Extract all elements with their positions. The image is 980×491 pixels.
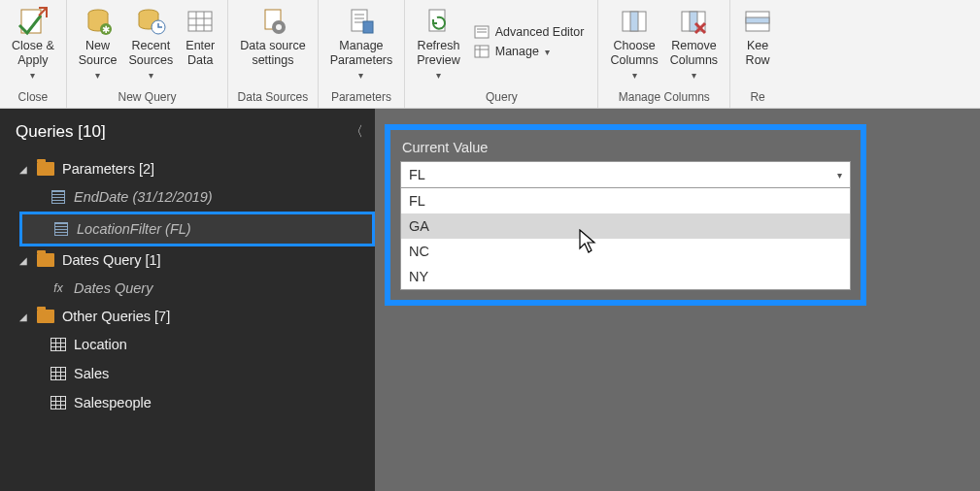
svg-rect-27 [630, 12, 638, 31]
ribbon-group-newquery: ✱ New Source Recent Sources Enter Data N… [67, 0, 228, 108]
manage-parameters-button[interactable]: Manage Parameters [324, 2, 399, 82]
tree-group-dates[interactable]: ◢ Dates Query [1] [0, 246, 375, 274]
current-value-dropdown[interactable]: FL ▾ [400, 161, 851, 188]
close-apply-label: Close & Apply [12, 39, 54, 68]
remove-columns-button[interactable]: Remove Columns [664, 2, 724, 82]
caret-down-icon: ◢ [19, 311, 29, 322]
ribbon-group-label-close: Close [6, 86, 60, 108]
tree-item-locationfilter[interactable]: LocationFilter (FL) [22, 214, 372, 244]
tree-item-enddate[interactable]: EndDate (31/12/2019) [0, 182, 375, 212]
tree-item-label: Salespeople [74, 395, 152, 410]
tree-item-dates-query[interactable]: fx Dates Query [0, 274, 375, 303]
tree-item-label: EndDate (31/12/2019) [74, 189, 213, 205]
data-source-settings-button[interactable]: Data source settings [234, 2, 311, 68]
manage-parameters-label: Manage Parameters [330, 39, 393, 68]
svg-rect-23 [475, 46, 489, 57]
tree-group-label: Parameters [2] [62, 161, 154, 177]
table-icon [51, 396, 66, 409]
collapse-sidebar-button[interactable]: 〈 [350, 123, 363, 141]
tree-group-label: Dates Query [1] [62, 252, 161, 268]
dropdown-option-fl[interactable]: FL [401, 188, 850, 213]
ribbon-group-rows: Kee Row Re [730, 0, 785, 108]
remove-columns-icon [678, 6, 709, 37]
dropdown-list: FL GA NC NY [400, 188, 851, 290]
queries-header: Queries [10] 〈 [0, 109, 375, 155]
ribbon-toolbar: Close & Apply Close ✱ New Source Recent … [0, 0, 980, 109]
refresh-preview-button[interactable]: Refresh Preview [411, 2, 465, 82]
new-source-label: New Source [79, 39, 118, 68]
parameter-icon [53, 222, 69, 236]
queries-tree: ◢ Parameters [2] EndDate (31/12/2019) Lo… [0, 155, 375, 417]
ribbon-group-label-newquery: New Query [73, 86, 221, 108]
queries-sidebar: Queries [10] 〈 ◢ Parameters [2] EndDate … [0, 109, 375, 491]
enter-data-icon [185, 6, 216, 37]
data-source-settings-label: Data source settings [240, 39, 305, 68]
tree-item-label: LocationFilter (FL) [77, 221, 191, 237]
tree-item-label: Location [74, 337, 127, 352]
advanced-editor-button[interactable]: Advanced Editor [470, 23, 589, 41]
editor-icon [474, 25, 490, 39]
choose-columns-icon [619, 6, 650, 37]
refresh-icon [423, 6, 455, 37]
parameter-icon [51, 190, 66, 204]
svg-rect-6 [188, 12, 212, 31]
manage-query-label: Manage [495, 45, 539, 58]
recent-sources-icon [135, 6, 166, 37]
ribbon-group-label-datasources: Data Sources [234, 86, 311, 108]
folder-icon [37, 162, 54, 176]
close-apply-button[interactable]: Close & Apply [6, 2, 60, 82]
ribbon-group-datasources: Data source settings Data Sources [228, 0, 318, 108]
dropdown-option-nc[interactable]: NC [401, 239, 850, 264]
recent-sources-button[interactable]: Recent Sources [122, 2, 179, 82]
ribbon-group-label-rows: Re [736, 86, 779, 108]
svg-point-13 [276, 24, 282, 30]
dropdown-option-ga[interactable]: GA [401, 213, 850, 239]
dropdown-option-ny[interactable]: NY [401, 264, 850, 289]
tree-item-sales[interactable]: Sales [0, 359, 375, 388]
fx-icon: fx [51, 281, 66, 295]
enter-data-button[interactable]: Enter Data [179, 2, 221, 68]
tree-group-parameters[interactable]: ◢ Parameters [2] [0, 155, 375, 182]
choose-columns-label: Choose Columns [610, 39, 658, 68]
tree-item-label: Sales [74, 366, 109, 381]
current-value-selected: FL [409, 167, 425, 182]
refresh-preview-label: Refresh Preview [417, 39, 459, 68]
ribbon-group-query: Refresh Preview 📄 Properties Advanced Ed… [405, 0, 598, 108]
keep-rows-label: Kee Row [746, 39, 770, 68]
ribbon-group-label-query: Query [411, 86, 591, 108]
tree-group-label: Other Queries [7] [62, 309, 170, 324]
parameters-icon [346, 6, 377, 37]
manage-icon [474, 45, 490, 58]
database-icon: ✱ [83, 6, 114, 37]
current-value-label: Current Value [402, 140, 851, 155]
svg-rect-29 [690, 12, 697, 31]
table-icon [51, 367, 66, 380]
ribbon-group-manage-columns: Choose Columns Remove Columns Manage Col… [598, 0, 730, 108]
highlight-annotation: LocationFilter (FL) [19, 212, 375, 246]
ribbon-group-label-managecols: Manage Columns [604, 86, 724, 108]
enter-data-label: Enter Data [186, 39, 215, 68]
tree-group-other[interactable]: ◢ Other Queries [7] [0, 303, 375, 330]
parameter-value-panel: Current Value FL ▾ FL GA NC NY [385, 124, 866, 306]
new-source-button[interactable]: ✱ New Source [73, 2, 123, 82]
keep-rows-icon [742, 6, 773, 37]
ribbon-group-parameters: Manage Parameters Parameters [319, 0, 406, 108]
table-icon [51, 338, 66, 351]
keep-rows-button[interactable]: Kee Row [736, 2, 779, 68]
tree-item-salespeople[interactable]: Salespeople [0, 388, 375, 417]
folder-icon [37, 310, 54, 323]
chevron-down-icon: ▾ [837, 170, 842, 180]
folder-icon [37, 253, 54, 267]
close-apply-icon [17, 6, 49, 37]
svg-rect-18 [363, 21, 373, 33]
choose-columns-button[interactable]: Choose Columns [604, 2, 663, 82]
tree-item-location[interactable]: Location [0, 330, 375, 359]
advanced-editor-label: Advanced Editor [495, 25, 585, 39]
tree-item-label: Dates Query [74, 280, 152, 296]
manage-query-button[interactable]: Manage [470, 43, 589, 60]
caret-down-icon: ◢ [19, 255, 29, 266]
ribbon-group-close: Close & Apply Close [0, 0, 67, 108]
ribbon-group-label-parameters: Parameters [324, 86, 399, 108]
svg-rect-33 [746, 17, 769, 23]
caret-down-icon: ◢ [19, 164, 29, 175]
